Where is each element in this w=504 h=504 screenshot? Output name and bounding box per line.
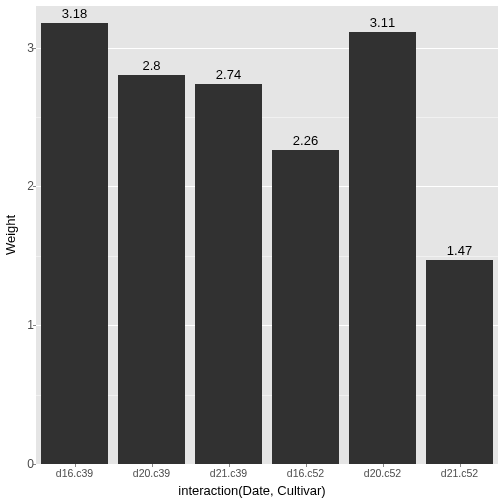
bar <box>272 150 340 464</box>
y-tick-label: 3 <box>16 41 34 55</box>
bar-value-label: 2.74 <box>216 67 241 82</box>
y-tick-label: 1 <box>16 318 34 332</box>
plot-panel <box>36 6 498 464</box>
y-tick-label: 2 <box>16 179 34 193</box>
x-tick-label: d16.c52 <box>287 467 324 479</box>
gridline-major <box>36 464 498 465</box>
bar <box>426 260 494 464</box>
x-tick-label: d20.c39 <box>133 467 170 479</box>
bar <box>195 84 263 464</box>
bar-value-label: 3.11 <box>370 15 395 30</box>
x-tick-label: d21.c52 <box>441 467 478 479</box>
y-axis-label: Weight <box>3 215 18 255</box>
bar <box>118 75 186 464</box>
bar-value-label: 2.26 <box>293 133 318 148</box>
x-axis-label: interaction(Date, Cultivar) <box>0 483 504 498</box>
chart-container: Weight interaction(Date, Cultivar) 01233… <box>0 0 504 504</box>
bar <box>349 32 417 464</box>
bar <box>41 23 109 464</box>
y-tick-label: 0 <box>16 457 34 471</box>
x-tick-label: d20.c52 <box>364 467 401 479</box>
bar-value-label: 1.47 <box>447 243 472 258</box>
x-tick-label: d16.c39 <box>56 467 93 479</box>
bar-value-label: 2.8 <box>142 58 160 73</box>
bar-value-label: 3.18 <box>62 6 87 21</box>
x-tick-label: d21.c39 <box>210 467 247 479</box>
